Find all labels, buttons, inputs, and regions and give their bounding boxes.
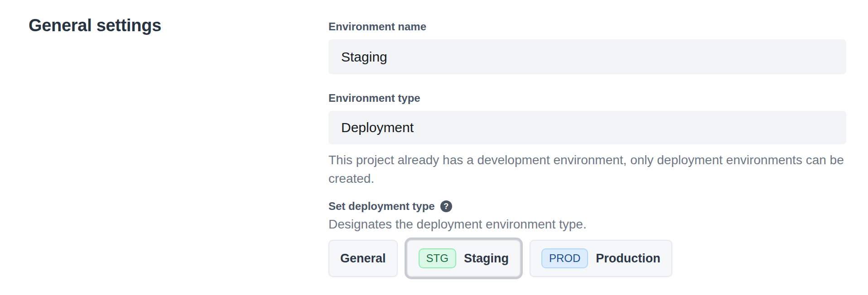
- stg-badge: STG: [419, 248, 456, 268]
- deployment-type-option-general[interactable]: General: [328, 240, 398, 277]
- deployment-type-option-staging[interactable]: STG Staging: [407, 240, 521, 277]
- option-label: General: [340, 252, 386, 266]
- prod-badge: PROD: [541, 248, 588, 268]
- question-mark-icon[interactable]: [440, 200, 452, 212]
- option-label: Production: [596, 252, 661, 266]
- deployment-type-description: Designates the deployment environment ty…: [328, 217, 854, 232]
- environment-type-label: Environment type: [328, 91, 854, 105]
- environment-name-label: Environment name: [328, 20, 854, 33]
- deployment-type-label: Set deployment type: [328, 200, 435, 213]
- environment-name-input[interactable]: [328, 39, 846, 74]
- settings-section-header: General settings: [0, 0, 328, 277]
- settings-page: General settings Environment name Enviro…: [0, 0, 868, 277]
- settings-form: Environment name Environment type This p…: [328, 0, 854, 277]
- environment-type-input[interactable]: [328, 111, 846, 144]
- environment-name-group: Environment name: [328, 20, 854, 74]
- option-label: Staging: [464, 252, 509, 266]
- deployment-type-option-production[interactable]: PROD Production: [530, 240, 672, 277]
- deployment-type-options: General STG Staging PROD Production: [328, 240, 854, 277]
- environment-type-group: Environment type This project already ha…: [328, 91, 854, 188]
- environment-type-help-text: This project already has a development e…: [328, 151, 854, 188]
- deployment-type-label-row: Set deployment type: [328, 200, 854, 213]
- page-title: General settings: [29, 15, 328, 36]
